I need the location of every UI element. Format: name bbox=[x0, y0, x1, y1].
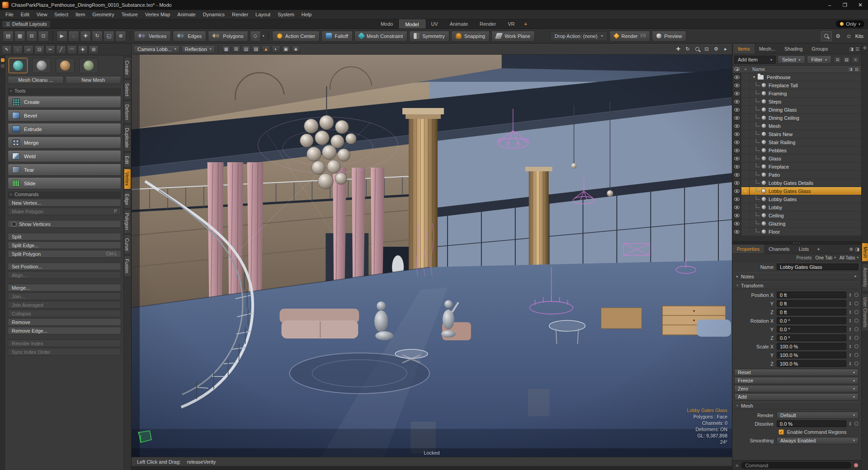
item-name-input[interactable]: Lobby Gates Glass bbox=[777, 263, 859, 270]
gear-icon[interactable]: ⚙ bbox=[863, 44, 867, 52]
menu-render[interactable]: Render bbox=[228, 10, 252, 19]
preview-button[interactable]: Preview bbox=[652, 31, 686, 42]
action-center-button[interactable]: Action Center bbox=[272, 31, 320, 42]
spinner-icon[interactable]: ▲▼ bbox=[848, 344, 853, 348]
spinner-icon[interactable]: ▲▼ bbox=[848, 301, 853, 306]
command-merge[interactable]: Merge... bbox=[8, 284, 121, 291]
properties-tab-properties[interactable]: Properties bbox=[732, 244, 764, 254]
tree-item-stair-railing[interactable]: Stair Railing bbox=[732, 138, 861, 146]
work-plane-button[interactable]: Work Plane bbox=[491, 31, 535, 42]
tree-item-mesh[interactable]: Mesh bbox=[732, 122, 861, 130]
tool-tear-button[interactable]: Tear bbox=[8, 164, 121, 176]
list-menu-icon[interactable]: ≡ bbox=[852, 56, 859, 63]
select-tool-icon[interactable]: ▶ bbox=[57, 31, 67, 42]
channel-dot-icon[interactable] bbox=[854, 301, 859, 306]
channel-dot-icon[interactable] bbox=[854, 344, 859, 348]
component-tab-curve[interactable]: Curve bbox=[124, 235, 131, 254]
visibility-eye-toggle[interactable] bbox=[732, 122, 741, 130]
add-properties-tab-button[interactable]: + bbox=[813, 246, 823, 252]
move-tool-icon[interactable]: ✚ bbox=[80, 31, 91, 42]
mesh-cleanup-button[interactable]: Mesh Cleanu ... bbox=[8, 76, 64, 84]
command-split[interactable]: Split bbox=[8, 233, 121, 240]
pen-tool-icon[interactable]: ✎ bbox=[2, 45, 12, 54]
quick-tool-icon-1[interactable] bbox=[1, 58, 5, 62]
kits-gear-icon[interactable]: ⚙ bbox=[834, 32, 843, 41]
column-toggle-icon[interactable]: ◨ bbox=[849, 67, 853, 71]
maximize-button[interactable]: ❐ bbox=[837, 0, 853, 10]
wireframe-toggle-icon[interactable]: ▤ bbox=[242, 45, 250, 53]
properties-tab-lists[interactable]: Lists bbox=[794, 244, 814, 254]
command-split-polygon[interactable]: Split PolygonCtrl-L bbox=[8, 250, 121, 258]
lasso-tool-icon[interactable]: ◌ bbox=[68, 31, 79, 42]
symmetry-button[interactable]: Symmetry bbox=[409, 31, 449, 42]
visibility-eye-toggle[interactable] bbox=[732, 155, 741, 162]
visibility-eye-toggle[interactable] bbox=[732, 98, 741, 105]
kits-user-icon[interactable]: ☺ bbox=[844, 32, 854, 41]
polygons-mode-button[interactable]: Polygons bbox=[208, 31, 248, 42]
knife-tool-icon[interactable]: ✂ bbox=[45, 45, 55, 54]
spinner-icon[interactable]: ▲▼ bbox=[848, 310, 853, 314]
smoothing-dropdown[interactable]: Always Enabled▾ bbox=[777, 437, 859, 444]
viewport-settings-gear-icon[interactable]: ⚙ bbox=[712, 45, 720, 53]
tree-item-pebbles[interactable]: Pebbles bbox=[732, 146, 861, 155]
notes-section-header[interactable]: ▸ Notes ▾ bbox=[734, 273, 859, 280]
spinner-icon[interactable]: ▲▼ bbox=[848, 353, 853, 357]
transform-value-input[interactable]: 100.0 % bbox=[777, 352, 846, 358]
transform-value-input[interactable]: 100.0 % bbox=[777, 360, 846, 367]
mesh-edit-tool-icon[interactable] bbox=[32, 58, 51, 73]
tree-item-dining-ceiling[interactable]: Dining Ceiling bbox=[732, 114, 861, 122]
tool-bevel-button[interactable]: Bevel bbox=[8, 109, 121, 122]
side-tab-assembly[interactable]: Assembly bbox=[862, 263, 868, 291]
transform-value-input[interactable]: 0 ft bbox=[777, 291, 846, 298]
channel-dot-icon[interactable] bbox=[854, 319, 859, 323]
curve-tool-icon[interactable]: ◠ bbox=[67, 45, 77, 54]
layout-quad-icon[interactable]: ▦ bbox=[14, 31, 25, 42]
menu-select[interactable]: Select bbox=[51, 10, 72, 19]
ghost-mode-icon[interactable]: ◐ bbox=[272, 45, 280, 53]
command-new-vertex[interactable]: New Vertex... bbox=[8, 199, 121, 207]
panel-pin-icon[interactable]: ◨ bbox=[849, 47, 854, 52]
grid-toggle-icon[interactable]: ▦ bbox=[222, 45, 231, 53]
tree-item-glazing[interactable]: Glazing bbox=[732, 220, 861, 228]
channel-dot-icon[interactable] bbox=[854, 336, 859, 340]
layout-custom-icon[interactable]: ⊡ bbox=[38, 31, 49, 42]
properties-tab-channels[interactable]: Channels bbox=[764, 244, 794, 254]
auto-visibility-icon[interactable]: ▲ bbox=[262, 45, 270, 53]
tool-merge-button[interactable]: Merge bbox=[8, 136, 121, 149]
render-button[interactable]: RenderF9 bbox=[609, 31, 651, 42]
spinner-icon[interactable]: ▲▼ bbox=[848, 362, 853, 366]
menu-animate[interactable]: Animate bbox=[174, 10, 199, 19]
spinner-icon[interactable]: ▲▼ bbox=[848, 327, 853, 331]
overlay-toggle-icon[interactable]: ◈ bbox=[292, 45, 300, 53]
layout-split-icon[interactable]: ⊟ bbox=[26, 31, 37, 42]
tree-item-dining-glass[interactable]: Dining Glass bbox=[732, 106, 861, 114]
menu-view[interactable]: View bbox=[33, 10, 51, 19]
collapse-all-icon[interactable]: ⊟ bbox=[834, 56, 841, 63]
quick-tool-icon-2[interactable] bbox=[1, 64, 5, 68]
command-history-icon[interactable] bbox=[854, 463, 858, 467]
command-set-position[interactable]: Set Position... bbox=[8, 263, 121, 270]
falloff-button[interactable]: Falloff bbox=[321, 31, 353, 42]
visibility-eye-toggle[interactable] bbox=[732, 130, 741, 138]
panel-menu-icon[interactable]: ☰ bbox=[855, 47, 859, 52]
render-dropdown[interactable]: Default▾ bbox=[777, 412, 859, 419]
default-layouts-button[interactable]: ☰ Default Layouts bbox=[2, 20, 51, 28]
command-remove-edge[interactable]: Remove Edge... bbox=[8, 327, 121, 334]
primitive-sphere-tool-icon[interactable] bbox=[9, 58, 28, 73]
vertices-mode-button[interactable]: Vertices bbox=[134, 31, 171, 42]
airbrush-tool-icon[interactable]: ◌ bbox=[13, 45, 23, 54]
snap-grid-tool-icon[interactable]: ⊞ bbox=[89, 45, 99, 54]
tree-filter-icon[interactable]: ▤ bbox=[854, 67, 859, 71]
add-point-tool-icon[interactable]: ✚ bbox=[78, 45, 88, 54]
close-button[interactable]: ✕ bbox=[853, 0, 868, 10]
component-tab-polygon[interactable]: Polygon bbox=[124, 209, 131, 234]
layout-tab-uv[interactable]: UV bbox=[425, 19, 443, 28]
select-dropdown-button[interactable]: Select ▾ bbox=[778, 56, 805, 64]
edges-mode-button[interactable]: Edges bbox=[173, 31, 206, 42]
scale-tool-icon[interactable]: ◱ bbox=[104, 31, 114, 42]
visibility-eye-toggle[interactable] bbox=[732, 212, 741, 219]
add-dropdown-button[interactable]: Add▾ bbox=[734, 393, 859, 400]
tree-item-fireplace[interactable]: Fireplace bbox=[732, 163, 861, 171]
slice-tool-icon[interactable]: ╱ bbox=[56, 45, 66, 54]
add-layout-tab-button[interactable]: + bbox=[520, 21, 530, 27]
